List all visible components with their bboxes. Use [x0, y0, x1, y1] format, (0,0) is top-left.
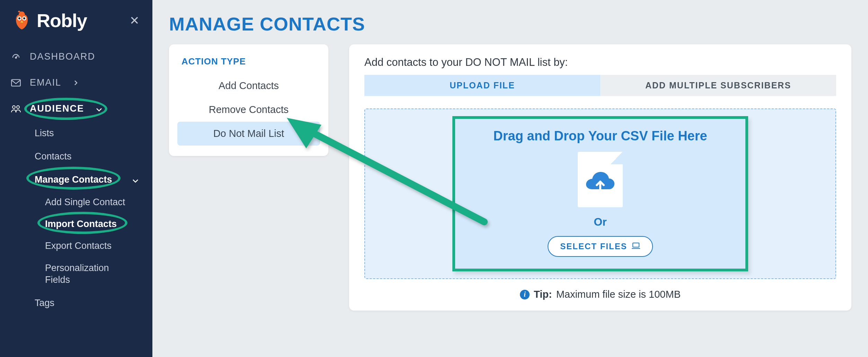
sidebar-item-add-single-contact[interactable]: Add Single Contact	[0, 191, 152, 213]
upload-panel: Add contacts to your DO NOT MAIL list by…	[349, 44, 851, 311]
svg-point-2	[18, 17, 20, 19]
action-remove-contacts[interactable]: Remove Contacts	[169, 98, 328, 122]
sidebar-item-tags[interactable]: Tags	[0, 291, 152, 315]
dropzone[interactable]: Drag and Drop Your CSV File Here Or	[364, 108, 836, 279]
tab-label: ADD MULTIPLE SUBSCRIBERS	[645, 80, 791, 90]
laptop-icon	[631, 242, 640, 251]
select-files-button[interactable]: SELECT FILES	[548, 236, 653, 257]
svg-rect-5	[11, 79, 20, 86]
sidebar-item-personalization-fields[interactable]: Personalization Fields	[0, 257, 118, 291]
action-item-label: Add Contacts	[219, 80, 279, 91]
main-content: MANAGE CONTACTS ACTION TYPE Add Contacts…	[152, 0, 868, 357]
sidebar-item-label: Tags	[35, 298, 54, 308]
dashboard-icon	[10, 52, 21, 62]
sidebar-item-lists[interactable]: Lists	[0, 122, 152, 145]
action-type-heading: ACTION TYPE	[169, 56, 328, 74]
sidebar: Robly ✕ DASHBOARD EMAIL AUDIENCE	[0, 0, 152, 357]
nav-audience[interactable]: AUDIENCE	[0, 96, 152, 122]
sidebar-item-export-contacts[interactable]: Export Contacts	[0, 235, 152, 257]
dropzone-title: Drag and Drop Your CSV File Here	[493, 129, 707, 143]
nav-dashboard-label: DASHBOARD	[30, 51, 95, 62]
sidebar-item-import-contacts[interactable]: Import Contacts	[0, 213, 152, 235]
owl-logo-icon	[13, 11, 30, 30]
sidebar-item-manage-contacts[interactable]: Manage Contacts	[0, 168, 152, 191]
nav-audience-label: AUDIENCE	[30, 103, 84, 114]
svg-point-3	[23, 17, 25, 19]
tab-upload-file[interactable]: UPLOAD FILE	[364, 75, 600, 96]
logo-row: Robly ✕	[0, 10, 152, 44]
tip-label: Tip:	[534, 289, 552, 300]
upload-tabs: UPLOAD FILE ADD MULTIPLE SUBSCRIBERS	[364, 75, 836, 96]
dropzone-highlight: Drag and Drop Your CSV File Here Or	[452, 116, 748, 271]
sidebar-item-label: Manage Contacts	[35, 174, 112, 185]
cloud-upload-icon	[585, 171, 616, 197]
dropzone-or-text: Or	[493, 216, 707, 228]
chevron-down-icon	[132, 174, 139, 185]
action-add-contacts[interactable]: Add Contacts	[169, 74, 328, 98]
email-icon	[10, 79, 21, 87]
svg-rect-8	[633, 243, 639, 247]
nav-dashboard[interactable]: DASHBOARD	[0, 44, 152, 70]
svg-point-7	[17, 106, 19, 108]
tip-row: i Tip: Maximum file size is 100MB	[364, 289, 836, 300]
page-title: MANAGE CONTACTS	[169, 13, 851, 35]
select-files-label: SELECT FILES	[560, 242, 627, 251]
sidebar-item-label: Import Contacts	[45, 219, 117, 229]
nav-email-label: EMAIL	[30, 77, 61, 88]
sidebar-item-label: Contacts	[35, 151, 72, 162]
upload-instruction: Add contacts to your DO NOT MAIL list by…	[364, 56, 836, 69]
action-do-not-mail-list[interactable]: Do Not Mail List	[177, 122, 320, 146]
svg-point-6	[12, 106, 15, 108]
action-type-panel: ACTION TYPE Add Contacts Remove Contacts…	[169, 44, 328, 156]
brand-name: Robly	[37, 10, 87, 31]
sidebar-item-label: Add Single Contact	[45, 197, 125, 207]
nav-email[interactable]: EMAIL	[0, 70, 152, 96]
file-upload-icon	[578, 152, 623, 207]
sidebar-item-contacts[interactable]: Contacts	[0, 145, 152, 168]
tab-label: UPLOAD FILE	[450, 80, 515, 90]
info-icon: i	[520, 290, 530, 299]
chevron-right-icon	[73, 77, 79, 88]
sidebar-item-label: Personalization Fields	[45, 263, 109, 285]
tab-add-multiple-subscribers[interactable]: ADD MULTIPLE SUBSCRIBERS	[600, 75, 836, 96]
action-item-label: Remove Contacts	[209, 104, 289, 115]
chevron-down-icon	[96, 103, 102, 114]
audience-icon	[10, 105, 21, 113]
tip-text: Maximum file size is 100MB	[556, 289, 681, 300]
action-item-label: Do Not Mail List	[213, 128, 284, 139]
sidebar-item-label: Lists	[35, 128, 54, 138]
close-sidebar-button[interactable]: ✕	[126, 11, 143, 29]
sidebar-item-label: Export Contacts	[45, 241, 112, 251]
